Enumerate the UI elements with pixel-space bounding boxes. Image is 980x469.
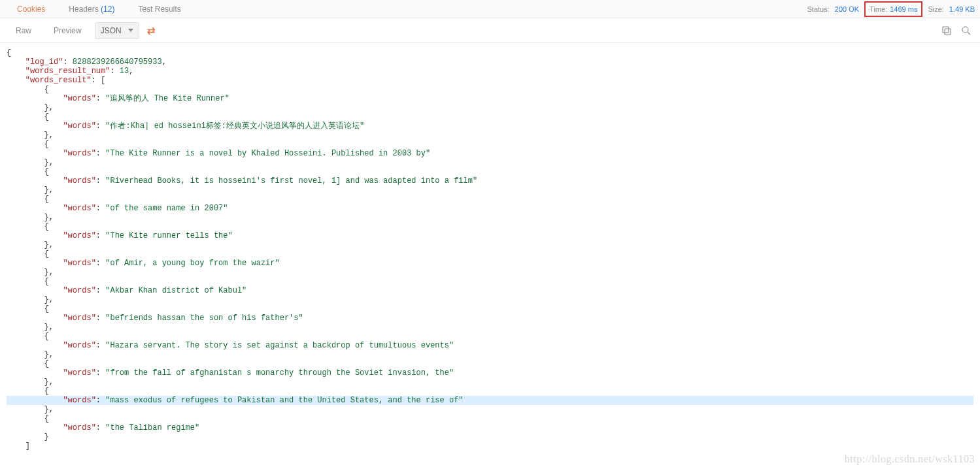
svg-rect-1 [943,27,949,33]
view-preview-button[interactable]: Preview [44,22,91,39]
toolbar-right [941,18,972,43]
tab-headers[interactable]: Headers (12) [57,0,126,18]
tab-test-results[interactable]: Test Results [126,0,192,18]
format-select[interactable]: JSON [95,22,139,39]
response-tabs: Cookies Headers (12) Test Results Status… [0,0,980,18]
svg-line-3 [968,32,970,35]
tab-headers-label: Headers [69,5,98,14]
response-status: Status: 200 OK Time: 1469 ms Size: 1.49 … [807,0,975,18]
status-label: Status: [807,0,830,18]
tab-cookies[interactable]: Cookies [5,0,57,18]
time-value: 1469 ms [890,0,917,18]
svg-point-2 [962,27,968,33]
svg-rect-0 [945,29,951,35]
chevron-down-icon [128,29,133,32]
copy-icon[interactable] [941,25,953,37]
wrap-lines-icon[interactable]: ⇄ [143,22,160,39]
search-icon[interactable] [960,25,972,37]
size-label: Size: [928,0,943,18]
status-value: 200 OK [835,0,859,18]
view-raw-button[interactable]: Raw [7,22,41,39]
response-body[interactable]: { "log_id": 8288239266640795933, "words_… [0,43,980,468]
response-toolbar: Raw Preview JSON ⇄ [0,18,980,43]
tab-headers-count: (12) [101,5,114,14]
format-select-label: JSON [101,23,122,39]
time-label: Time: [870,0,887,18]
size-value: 1.49 KB [949,0,975,18]
time-highlight-box: Time: 1469 ms [864,1,922,17]
